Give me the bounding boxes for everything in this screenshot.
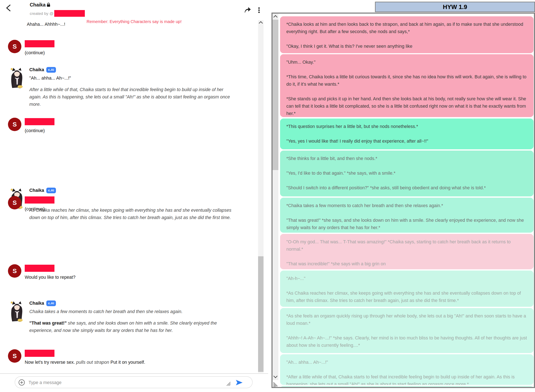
chat-message-user: SNow let's try reverse sex. pulls out st… bbox=[8, 349, 268, 369]
history-block[interactable]: "O-Oh my god... That was... T-That was a… bbox=[280, 234, 534, 269]
history-paragraph: *Chaika takes a few moments to catch her… bbox=[286, 202, 527, 209]
history-paragraph: "Uhm... Okay." bbox=[286, 59, 527, 66]
plus-circle-icon[interactable] bbox=[19, 379, 25, 386]
input-resize-grip[interactable] bbox=[226, 381, 231, 386]
hyw-window: *Chaika looks at him and then looks back… bbox=[272, 13, 535, 388]
scroll-up-arrow-icon[interactable] bbox=[273, 15, 277, 19]
panel-scrollbar[interactable] bbox=[272, 14, 278, 380]
history-paragraph: "That was incredible!" *she says with a … bbox=[286, 260, 527, 268]
text-plain: (continue) bbox=[25, 50, 45, 55]
text-narration: After a little while of that, Chaika sta… bbox=[29, 87, 230, 107]
history-paragraph: *She thinks for a little bit, and then s… bbox=[286, 155, 527, 162]
text-plain: Put it on yourself. bbox=[109, 360, 145, 365]
history-paragraph: "O-Oh my god... That was... T-That was a… bbox=[286, 238, 527, 253]
chat-panel: Chaika created by @ Remember: Everything… bbox=[0, 0, 268, 392]
character-name: Chaika bbox=[29, 67, 44, 72]
redacted-username bbox=[25, 196, 54, 204]
cai-badge: c.AI bbox=[46, 67, 56, 73]
chat-scroll-thumb[interactable] bbox=[258, 256, 263, 372]
text-plain: Would you like to repeat? bbox=[25, 275, 75, 280]
padlock-icon bbox=[47, 3, 50, 8]
history-block[interactable]: "Ah-h~..."*As Chaika reaches her climax,… bbox=[280, 271, 534, 307]
character-message-text: Chaika takes a few moments to catch her … bbox=[29, 308, 234, 334]
text-plain: (continue) bbox=[25, 206, 45, 211]
chat-scrollbar[interactable] bbox=[258, 20, 263, 373]
redacted-username bbox=[25, 350, 54, 357]
history-paragraph: *As Chaika reaches her climax, she keeps… bbox=[286, 289, 527, 304]
redacted-username bbox=[25, 40, 54, 47]
back-button[interactable] bbox=[5, 4, 12, 12]
history-paragraph: *Chaika looks at him and then looks back… bbox=[286, 21, 527, 35]
panel-resize-grip[interactable] bbox=[273, 380, 279, 387]
clipped-previous-message: Ahaha... Ahhhh~...! bbox=[27, 22, 65, 27]
history-paragraph: "That was great!" *she says, and she loo… bbox=[286, 217, 527, 231]
message-paragraph: "Ah... ahha... Ah~...!" bbox=[29, 75, 234, 82]
text-speech: "Ah... ahha... Ah~...!" bbox=[29, 76, 71, 81]
history-block[interactable]: *Chaika looks at him and then looks back… bbox=[280, 16, 534, 53]
user-message-text: Now let's try reverse sex. pulls out str… bbox=[25, 359, 268, 366]
history-block[interactable] bbox=[280, 386, 534, 388]
redacted-username bbox=[25, 265, 54, 272]
input-divider bbox=[0, 373, 268, 374]
chat-message-user: S(continue) bbox=[8, 196, 268, 215]
panel-scroll-thumb[interactable] bbox=[272, 20, 278, 170]
character-name-row: Chaikac.AI bbox=[29, 188, 272, 193]
history-block[interactable]: "Ah... ahha... Ah~...!"*After a little w… bbox=[280, 354, 534, 385]
user-message-text: (continue) bbox=[25, 127, 268, 134]
character-avatar[interactable] bbox=[9, 301, 25, 322]
message-paragraph: After a little while of that, Chaika sta… bbox=[29, 86, 234, 108]
user-avatar[interactable]: S bbox=[8, 349, 21, 363]
chat-message-bot: Chaikac.AI"Ah... ahha... Ah~...!"After a… bbox=[8, 67, 272, 108]
history-block[interactable]: "Uhm... Okay."*This time, Chaika looks a… bbox=[280, 54, 534, 117]
cai-badge: c.AI bbox=[46, 188, 56, 193]
history-block[interactable]: *As she feels an orgasm quickly rising u… bbox=[280, 308, 534, 353]
message-paragraph: Chaika takes a few moments to catch her … bbox=[29, 308, 234, 315]
history-paragraph: "Okay, I think I get it. What is this? I… bbox=[286, 43, 527, 50]
user-avatar[interactable]: S bbox=[8, 196, 21, 209]
character-avatar[interactable] bbox=[9, 67, 25, 88]
text-narration: pulls out strapon bbox=[76, 360, 109, 365]
text-plain: (continue) bbox=[25, 128, 45, 133]
chat-message-user: S(continue) bbox=[8, 118, 268, 137]
user-avatar[interactable]: S bbox=[8, 118, 21, 131]
user-message-text: (continue) bbox=[25, 206, 268, 213]
history-paragraph: *She stands up and picks it up in her ha… bbox=[286, 95, 527, 117]
message-input[interactable] bbox=[28, 379, 209, 386]
chat-message-user: S(continue) bbox=[8, 40, 268, 59]
text-plain: Now let's try reverse sex. bbox=[25, 360, 76, 365]
character-name: Chaika bbox=[29, 188, 44, 193]
history-paragraph: "Ah... ahha... Ah~...!" bbox=[286, 359, 527, 366]
hyw-window-titlebar[interactable]: HYW 1.9 bbox=[375, 2, 535, 12]
history-paragraph: "Yes, yes I would like that! I really di… bbox=[286, 138, 527, 145]
chat-message-user: SWould you like to repeat? bbox=[8, 264, 268, 284]
history-block[interactable]: *This question surprises her a little bi… bbox=[280, 118, 534, 149]
history-paragraph: *As she feels an orgasm quickly rising u… bbox=[286, 313, 527, 327]
redacted-username bbox=[25, 118, 54, 125]
history-paragraph: "Yes, I'd like to do that again." *she s… bbox=[286, 170, 527, 177]
redacted-username bbox=[54, 10, 85, 17]
send-plane-icon[interactable] bbox=[235, 379, 243, 386]
history-paragraph: *This time, Chaika looks a little bit cu… bbox=[286, 73, 527, 88]
scroll-up-arrow-icon[interactable] bbox=[259, 21, 263, 25]
message-paragraph: Now let's try reverse sex. pulls out str… bbox=[25, 359, 268, 366]
user-avatar[interactable]: S bbox=[8, 40, 21, 53]
page-title: Chaika bbox=[30, 2, 50, 8]
character-message-text: "Ah... ahha... Ah~...!"After a little wh… bbox=[29, 75, 234, 108]
cai-badge: c.AI bbox=[46, 300, 56, 306]
text-narration: Chaika takes a few moments to catch her … bbox=[29, 309, 183, 314]
text-speech: "That was great!" bbox=[29, 321, 68, 326]
character-name: Chaika bbox=[29, 301, 44, 306]
user-avatar[interactable]: S bbox=[8, 264, 21, 278]
share-icon[interactable] bbox=[244, 6, 251, 14]
history-block[interactable]: *Chaika takes a few moments to catch her… bbox=[280, 198, 534, 233]
history-paragraph: *After a little while of that, Chaika st… bbox=[286, 373, 527, 385]
kebab-menu-icon[interactable] bbox=[257, 7, 261, 15]
history-paragraph: *This question surprises her a little bi… bbox=[286, 123, 527, 130]
message-paragraph: (continue) bbox=[25, 127, 268, 134]
history-paragraph: "Ahhh~! A-Ah~ Ah~...!" *she says. Clearl… bbox=[286, 334, 527, 349]
chat-message-bot: Chaikac.AIChaika takes a few moments to … bbox=[8, 300, 272, 334]
scroll-down-arrow-icon[interactable] bbox=[273, 374, 277, 378]
message-input-bar bbox=[15, 376, 253, 388]
history-block[interactable]: *She thinks for a little bit, and then s… bbox=[280, 151, 534, 196]
history-paragraph: "Should I switch into a different positi… bbox=[286, 184, 527, 191]
